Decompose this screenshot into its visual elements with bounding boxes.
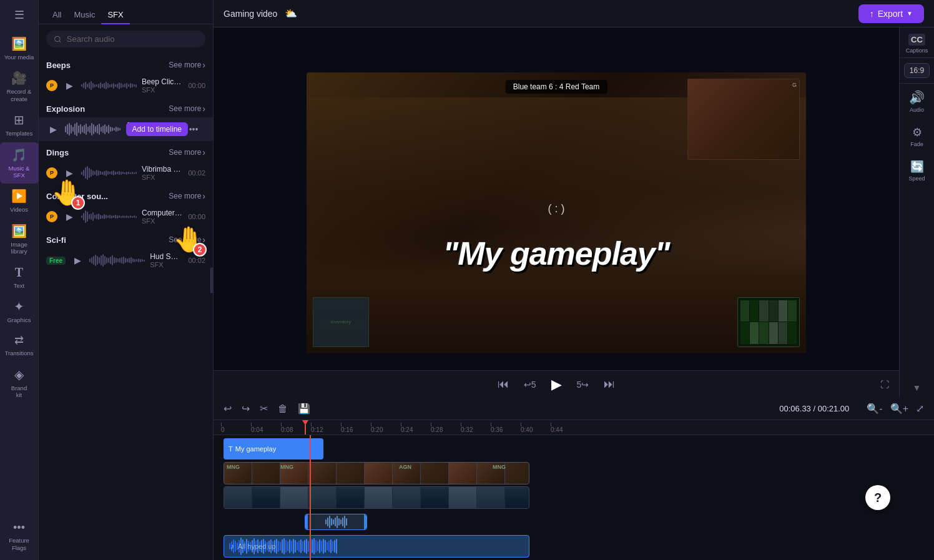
text-clip[interactable]: T My gameplay <box>224 438 323 459</box>
tab-all[interactable]: All <box>46 6 67 24</box>
export-button[interactable]: ↑ Export ▼ <box>858 4 924 23</box>
pro-badge-comp1: P <box>46 211 57 222</box>
tab-sfx[interactable]: SFX <box>101 6 129 24</box>
ruler-mark-40: 0:40 <box>521 423 551 433</box>
image-library-icon: 🖼️ <box>11 224 27 238</box>
graphics-label: Graphics <box>7 317 31 323</box>
nav-item-feature-flags[interactable]: ••• FeatureFlags <box>0 516 39 556</box>
text-icon: T <box>15 265 23 280</box>
audio-item-exp1[interactable]: ▶ <box>39 117 213 141</box>
section-scifi: Sci-fi See more › Free ▶ <box>39 228 213 272</box>
fade-tool[interactable]: ⚙ Fade <box>900 119 934 154</box>
bottom-left-panel: inventory <box>313 297 369 347</box>
svg-point-0 <box>55 36 61 42</box>
skip-start-btn[interactable]: ⏮ <box>495 375 511 393</box>
left-nav: ☰ 🖼️ Your media 🎥 Record &create ⊞ Templ… <box>0 0 39 560</box>
brand-kit-label: Brandkit <box>11 385 27 399</box>
rewind-5s-btn[interactable]: ↩5 <box>521 377 539 392</box>
music-clip-icon: ♪ <box>230 542 234 551</box>
videos-label: Videos <box>10 206 28 213</box>
audio-duration-ding1: 00:02 <box>188 169 205 177</box>
ruler-mark-12: 0:12 <box>311 423 341 433</box>
cut-btn[interactable]: ✂ <box>257 400 270 417</box>
audio-tool-label: Audio <box>910 107 924 113</box>
fullscreen-btn[interactable]: ⛶ <box>878 377 892 392</box>
play-pause-btn[interactable]: ▶ <box>549 374 564 395</box>
sfx-clip[interactable] <box>305 514 367 530</box>
audio-tool[interactable]: 🔊 Audio <box>900 84 934 119</box>
transitions-icon: ⇄ <box>14 333 24 347</box>
nav-item-videos[interactable]: ▶️ Videos <box>0 184 39 218</box>
audio-info-ding1: Vibrimba Ding Interface 5 SFX <box>142 165 183 181</box>
playhead-ruler <box>305 420 306 435</box>
templates-label: Templates <box>6 130 32 137</box>
see-more-computer[interactable]: See more › <box>169 191 205 201</box>
nav-item-templates[interactable]: ⊞ Templates <box>0 107 39 142</box>
ruler-mark-28: 0:28 <box>431 423 461 433</box>
music-clip[interactable]: ♪ All hyped up <box>224 535 529 558</box>
image-library-label: Imagelibrary <box>11 241 27 255</box>
audio-item-comp1[interactable]: P ▶ <box>39 205 213 228</box>
nav-item-brand-kit[interactable]: ◈ Brandkit <box>0 362 39 404</box>
see-more-scifi[interactable]: See more › <box>169 235 205 245</box>
video-clip2[interactable] <box>224 486 529 509</box>
fade-tool-label: Fade <box>910 141 923 147</box>
audio-item-ding1[interactable]: P ▶ <box>39 161 213 185</box>
video-area: Blue team 6 : 4 Red Team ( : ) "My gamep… <box>214 27 899 398</box>
audio-name-sci1: Hud Swish (High Tech, Sci-fi,... <box>150 252 183 261</box>
aspect-ratio-display[interactable]: 16:9 <box>900 58 934 84</box>
redo-btn[interactable]: ↪ <box>239 400 252 417</box>
see-more-dings[interactable]: See more › <box>169 147 205 157</box>
zoom-out-btn[interactable]: 🔍- <box>864 400 885 417</box>
captions-tool[interactable]: CC Captions <box>900 27 934 58</box>
undo-btn[interactable]: ↩ <box>221 400 234 417</box>
templates-icon: ⊞ <box>14 112 24 127</box>
nav-item-image-library[interactable]: 🖼️ Imagelibrary <box>0 219 39 260</box>
ruler-mark-20: 0:20 <box>371 423 401 433</box>
delete-btn[interactable]: 🗑 <box>275 401 290 417</box>
ruler-mark-0: 0 <box>221 423 251 433</box>
tab-music[interactable]: Music <box>67 6 101 24</box>
audio-item-sci1[interactable]: Free ▶ <box>39 248 213 272</box>
save-frame-btn[interactable]: 💾 <box>295 400 313 417</box>
play-btn-comp1[interactable]: ▶ <box>62 210 76 224</box>
current-time: 00:06.33 <box>779 404 811 413</box>
hamburger-icon: ☰ <box>14 8 24 22</box>
section-beeps-title: Beeps <box>46 61 71 70</box>
chevron-down-btn[interactable]: ▼ <box>900 378 934 398</box>
speed-tool[interactable]: 🔄 Speed <box>900 154 934 188</box>
nav-item-text[interactable]: T Text <box>0 260 39 294</box>
text-clip-label: My gameplay <box>235 445 276 453</box>
fade-tool-icon: ⚙ <box>912 125 922 139</box>
waveform-exp1 <box>65 122 122 137</box>
skip-end-btn[interactable]: ⏭ <box>601 375 617 393</box>
music-track-row: ♪ All hyped up <box>219 535 929 558</box>
chevron-down-icon: ▼ <box>913 383 922 393</box>
see-more-beeps[interactable]: See more › <box>169 60 205 70</box>
see-more-explosion[interactable]: See more › <box>169 104 205 114</box>
zoom-in-btn[interactable]: 🔍+ <box>888 400 911 417</box>
nav-item-transitions[interactable]: ⇄ Transitions <box>0 328 39 361</box>
forward-5s-btn[interactable]: 5↪ <box>574 377 592 392</box>
search-input[interactable] <box>67 34 198 44</box>
nav-item-your-media[interactable]: 🖼️ Your media <box>0 31 39 66</box>
nav-item-music-sfx[interactable]: 🎵 Music &SFX <box>0 142 39 184</box>
nav-item-graphics[interactable]: ✦ Graphics <box>0 294 39 328</box>
audio-item-beep1[interactable]: P ▶ <box>39 74 213 97</box>
nav-item-record[interactable]: 🎥 Record &create <box>0 66 39 107</box>
audio-info-comp1: Computer Mouse Single Click SFX <box>142 209 183 225</box>
more-options-btn[interactable]: ••• <box>187 122 200 136</box>
waveform-sci1 <box>89 253 145 268</box>
play-btn-beep1[interactable]: ▶ <box>62 79 76 92</box>
ruler-mark-24: 0:24 <box>401 423 431 433</box>
help-button[interactable]: ? <box>865 485 890 510</box>
section-beeps-header: Beeps See more › <box>39 54 213 74</box>
fit-timeline-btn[interactable]: ⤢ <box>913 400 927 417</box>
play-btn-exp1[interactable]: ▶ <box>46 122 60 136</box>
video-preview: Blue team 6 : 4 Red Team ( : ) "My gamep… <box>307 72 806 353</box>
menu-button[interactable]: ☰ <box>8 4 31 26</box>
play-btn-sci1[interactable]: ▶ <box>71 253 84 267</box>
video-clip1[interactable]: MNG MNG AGN MNG <box>224 462 529 484</box>
add-to-timeline-btn[interactable]: Add to timeline <box>126 122 188 136</box>
play-btn-ding1[interactable]: ▶ <box>62 166 76 180</box>
